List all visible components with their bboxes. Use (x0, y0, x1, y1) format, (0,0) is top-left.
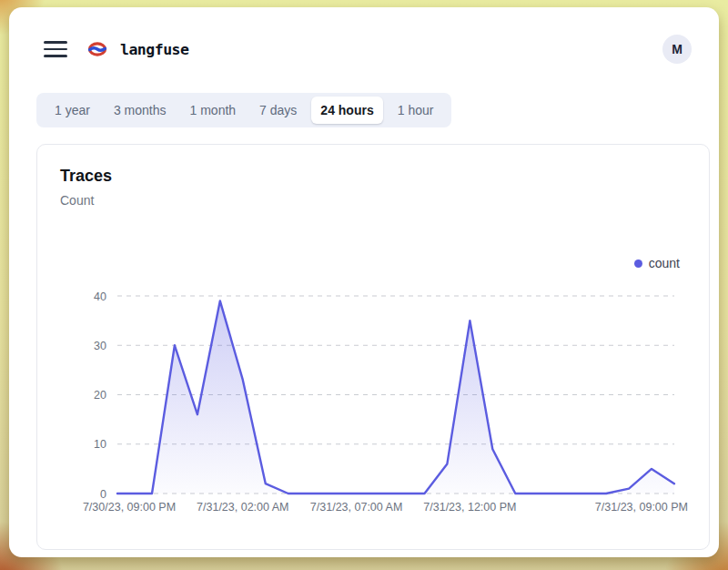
tab-1-hour[interactable]: 1 hour (389, 97, 443, 124)
brand-title[interactable]: langfuse (115, 40, 194, 59)
legend-dot-icon (634, 260, 642, 268)
app-header: langfuse M (44, 33, 692, 66)
card-subtitle: Count (60, 193, 94, 208)
chart-legend: count (634, 256, 680, 270)
y-tick-label-40: 40 (94, 290, 106, 303)
tab-7-days[interactable]: 7 days (250, 97, 306, 124)
y-tick-label-30: 30 (94, 340, 106, 352)
app-window: langfuse M 1 year3 months1 month7 days24… (9, 7, 719, 557)
langfuse-logo-icon (87, 42, 107, 56)
tab-1-year[interactable]: 1 year (46, 97, 99, 124)
x-tick-label-15: 7/31/23, 12:00 PM (423, 501, 516, 514)
tab-3-months[interactable]: 3 months (105, 97, 176, 124)
x-tick-label-24: 7/31/23, 09:00 PM (595, 501, 688, 514)
y-tick-label-0: 0 (100, 488, 106, 501)
tab-24-hours[interactable]: 24 hours (311, 97, 382, 124)
y-tick-label-10: 10 (94, 438, 106, 451)
y-tick-label-20: 20 (94, 389, 106, 402)
x-tick-label-0: 7/30/23, 09:00 PM (83, 501, 176, 514)
traces-chart[interactable]: 0102030407/30/23, 09:00 PM7/31/23, 02:00… (65, 281, 702, 536)
x-tick-label-5: 7/31/23, 02:00 AM (197, 501, 288, 514)
tab-1-month[interactable]: 1 month (181, 97, 246, 124)
user-avatar[interactable]: M (662, 35, 692, 64)
traces-card: Traces Count count 0102030407/30/23, 09:… (36, 144, 710, 550)
legend-label: count (649, 256, 680, 270)
time-range-tabs: 1 year3 months1 month7 days24 hours1 hou… (36, 93, 451, 127)
menu-hamburger-icon[interactable] (44, 41, 67, 57)
card-title: Traces (60, 167, 112, 186)
x-tick-label-10: 7/31/23, 07:00 AM (310, 501, 402, 514)
